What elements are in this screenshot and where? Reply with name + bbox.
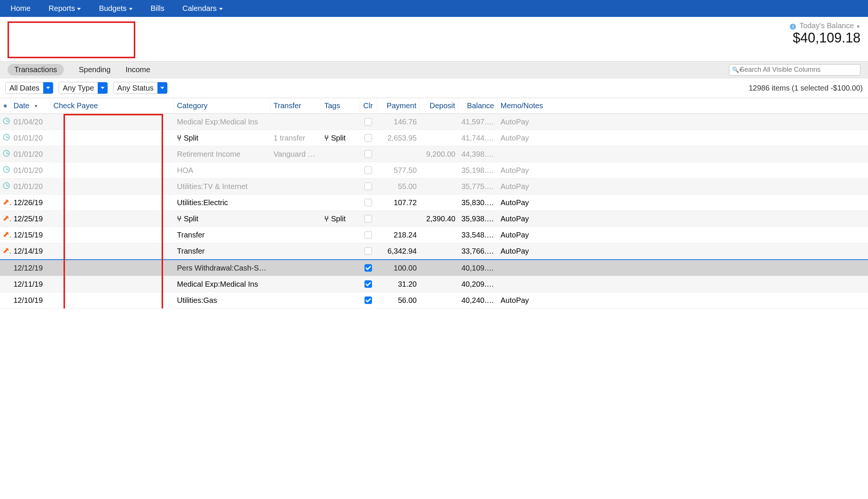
- table-row[interactable]: 01/04/20Medical Exp:Medical Ins146.7641,…: [0, 114, 868, 130]
- balance-amount: $40,109.18: [790, 30, 860, 46]
- cell-category: HOA: [174, 166, 271, 175]
- cell-balance: 33,548.00: [458, 231, 498, 239]
- col-deposit[interactable]: Deposit: [420, 98, 458, 113]
- cell-memo: AutoPay: [498, 198, 868, 207]
- cell-clr[interactable]: [359, 280, 377, 288]
- cell-category: ⑂Split: [174, 215, 271, 223]
- balance-block: i Today's Balance ▼ $40,109.18: [790, 21, 860, 58]
- cell-clr[interactable]: [359, 296, 377, 304]
- checkbox[interactable]: [364, 231, 372, 239]
- search-input[interactable]: [729, 64, 860, 76]
- clock-icon: [3, 150, 10, 157]
- cell-clr[interactable]: [359, 264, 377, 272]
- cell-clr[interactable]: [359, 166, 377, 174]
- table-row[interactable]: 12/12/19Pers Withdrawal:Cash-Susan100.00…: [0, 260, 868, 276]
- tab-income[interactable]: Income: [126, 65, 150, 74]
- table-row[interactable]: 12/15/19Transfer218.2433,548.00AutoPay: [0, 227, 868, 243]
- nav-home[interactable]: Home: [11, 4, 30, 13]
- balance-label[interactable]: i Today's Balance ▼: [790, 21, 860, 30]
- checkbox[interactable]: [364, 134, 372, 142]
- col-transfer[interactable]: Transfer: [271, 98, 321, 113]
- table-row[interactable]: 01/01/20Utilities:TV & Internet55.0035,7…: [0, 178, 868, 195]
- col-date[interactable]: Date▼: [11, 98, 50, 113]
- account-header: i Today's Balance ▼ $40,109.18: [0, 17, 868, 61]
- cell-status: [0, 247, 11, 256]
- col-status[interactable]: [0, 98, 11, 113]
- cell-date: 01/01/20: [11, 134, 50, 142]
- split-icon: ⑂: [324, 215, 329, 223]
- table-row[interactable]: 01/01/20⑂Split1 transfer⑂Split2,653.9541…: [0, 130, 868, 146]
- cell-payment: 107.72: [377, 198, 420, 207]
- cell-balance: 40,240.38: [458, 296, 498, 305]
- cell-clr[interactable]: [359, 215, 377, 222]
- cell-clr[interactable]: [359, 183, 377, 190]
- cell-date: 01/01/20: [11, 166, 50, 175]
- table-row[interactable]: 12/11/19Medical Exp:Medical Ins31.2040,2…: [0, 276, 868, 292]
- cell-clr[interactable]: [359, 118, 377, 126]
- cell-category: Medical Exp:Medical Ins: [174, 280, 271, 289]
- table-row[interactable]: 12/25/19⑂Split⑂Split2,390.4035,938.40Aut…: [0, 211, 868, 227]
- col-payment[interactable]: Payment: [377, 98, 420, 113]
- filters-row: All Dates Any Type Any Status 12986 item…: [0, 78, 868, 98]
- checkbox[interactable]: [364, 215, 372, 222]
- tab-spending[interactable]: Spending: [79, 65, 111, 74]
- col-category[interactable]: Category: [174, 98, 271, 113]
- col-payee[interactable]: Payee: [74, 98, 174, 113]
- checkbox[interactable]: [364, 118, 372, 126]
- col-memo[interactable]: Memo/Notes: [498, 98, 868, 113]
- cell-transfer: 1 transfer: [271, 134, 321, 142]
- filter-dates[interactable]: All Dates: [5, 82, 53, 94]
- nav-reports[interactable]: Reports: [48, 4, 81, 13]
- cell-memo: AutoPay: [498, 118, 868, 126]
- cell-clr[interactable]: [359, 150, 377, 158]
- col-tags[interactable]: Tags: [321, 98, 359, 113]
- filter-type[interactable]: Any Type: [59, 82, 108, 94]
- cell-clr[interactable]: [359, 199, 377, 206]
- cell-payment: 146.76: [377, 118, 420, 126]
- cell-balance: 41,744.23: [458, 134, 498, 142]
- filter-status[interactable]: Any Status: [113, 82, 168, 94]
- table-row[interactable]: 12/14/19Transfer6,342.9433,766.24AutoPay: [0, 243, 868, 259]
- col-clr[interactable]: Clr: [359, 98, 377, 113]
- col-balance[interactable]: Balance: [458, 98, 498, 113]
- cell-deposit: 2,390.40: [420, 215, 458, 223]
- tab-transactions[interactable]: Transactions: [8, 64, 64, 76]
- table-row[interactable]: 01/01/20Retirement IncomeVanguard Trust9…: [0, 146, 868, 162]
- checkbox[interactable]: [364, 150, 372, 158]
- cell-payment: 31.20: [377, 280, 420, 289]
- cell-category: Transfer: [174, 231, 271, 239]
- cell-category: Utilities:Electric: [174, 198, 271, 207]
- table-row[interactable]: 12/10/19Utilities:Gas56.0040,240.38AutoP…: [0, 292, 868, 308]
- pencil-icon: [2, 198, 11, 206]
- cell-payment: 100.00: [377, 264, 420, 272]
- cell-date: 12/10/19: [11, 296, 50, 305]
- cell-payment: 56.00: [377, 296, 420, 305]
- table-row[interactable]: 01/01/20HOA577.5035,198.18AutoPay: [0, 162, 868, 178]
- cell-status: [0, 215, 11, 223]
- pencil-icon: [2, 247, 11, 255]
- nav-calendars[interactable]: Calendars: [182, 4, 222, 13]
- table-row[interactable]: 12/26/19Utilities:Electric107.7235,830.6…: [0, 195, 868, 211]
- nav-bills[interactable]: Bills: [151, 4, 165, 13]
- cell-payment: 218.24: [377, 231, 420, 239]
- checkbox[interactable]: [364, 166, 372, 174]
- checkbox[interactable]: [364, 280, 372, 288]
- checkbox[interactable]: [364, 183, 372, 190]
- cell-deposit: 9,200.00: [420, 150, 458, 159]
- checkbox[interactable]: [364, 296, 372, 304]
- cell-balance: 40,109.18: [458, 264, 498, 272]
- cell-clr[interactable]: [359, 247, 377, 255]
- nav-budgets[interactable]: Budgets: [99, 4, 132, 13]
- split-icon: ⑂: [324, 134, 329, 142]
- caret-down-icon: [219, 8, 223, 10]
- col-check[interactable]: Check: [50, 98, 74, 113]
- cell-payment: 577.50: [377, 166, 420, 175]
- cell-clr[interactable]: [359, 134, 377, 142]
- cell-date: 01/01/20: [11, 150, 50, 159]
- clock-icon: [3, 134, 10, 141]
- cell-clr[interactable]: [359, 231, 377, 239]
- checkbox[interactable]: [364, 247, 372, 255]
- checkbox[interactable]: [364, 199, 372, 206]
- cell-category: Utilities:TV & Internet: [174, 182, 271, 191]
- checkbox[interactable]: [364, 264, 372, 272]
